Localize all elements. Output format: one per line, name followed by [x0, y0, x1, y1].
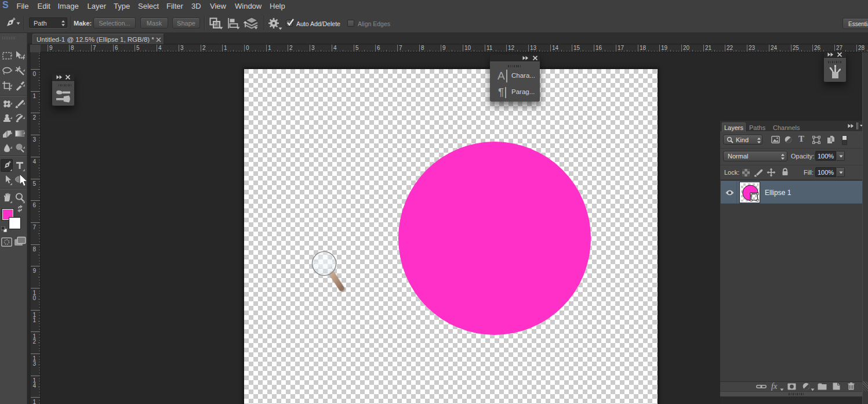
svg-text:1: 1: [224, 45, 227, 51]
svg-text:0: 0: [246, 45, 249, 51]
svg-text:5: 5: [136, 45, 140, 51]
svg-text:6: 6: [33, 202, 37, 208]
svg-text:21: 21: [705, 45, 712, 51]
svg-text:9: 9: [442, 45, 446, 51]
svg-text:4: 4: [333, 45, 337, 51]
svg-text:14: 14: [552, 45, 559, 51]
svg-text:3: 3: [33, 360, 37, 367]
svg-text:1: 1: [33, 93, 37, 99]
svg-text:19: 19: [661, 45, 668, 51]
svg-text:22: 22: [727, 45, 733, 51]
svg-text:18: 18: [640, 45, 647, 51]
svg-text:6: 6: [377, 45, 380, 51]
svg-text:7: 7: [93, 45, 96, 51]
svg-text:25: 25: [793, 45, 800, 51]
svg-text:2: 2: [202, 45, 206, 51]
svg-text:4: 4: [33, 383, 37, 389]
svg-text:7: 7: [33, 224, 37, 230]
svg-text:26: 26: [814, 45, 821, 51]
svg-text:1: 1: [268, 45, 271, 51]
svg-text:15: 15: [573, 45, 580, 51]
svg-text:23: 23: [749, 45, 756, 51]
svg-text:20: 20: [683, 45, 690, 51]
svg-text:7: 7: [399, 45, 402, 51]
svg-text:0: 0: [33, 71, 37, 77]
svg-text:2: 2: [33, 114, 37, 121]
svg-text:0: 0: [33, 295, 37, 301]
svg-text:16: 16: [595, 45, 602, 51]
svg-text:6: 6: [115, 45, 118, 51]
svg-text:8: 8: [33, 246, 37, 252]
svg-text:28: 28: [858, 45, 865, 51]
svg-text:2: 2: [33, 338, 37, 345]
svg-text:4: 4: [33, 158, 37, 165]
svg-text:3: 3: [180, 45, 184, 51]
svg-text:9: 9: [33, 268, 37, 274]
svg-text:9: 9: [49, 45, 53, 51]
svg-text:27: 27: [836, 45, 843, 51]
svg-text:10: 10: [464, 45, 471, 51]
svg-text:17: 17: [618, 45, 624, 51]
svg-text:3: 3: [311, 45, 315, 51]
svg-text:24: 24: [771, 45, 778, 51]
svg-text:3: 3: [33, 136, 37, 143]
svg-text:5: 5: [355, 45, 359, 51]
svg-text:4: 4: [158, 45, 162, 51]
svg-text:13: 13: [530, 45, 537, 51]
svg-text:1: 1: [33, 317, 37, 323]
svg-text:5: 5: [33, 181, 37, 187]
svg-text:11: 11: [486, 45, 493, 51]
svg-text:2: 2: [289, 45, 293, 51]
svg-text:8: 8: [421, 45, 424, 51]
svg-text:8: 8: [71, 45, 74, 51]
svg-text:12: 12: [508, 45, 515, 51]
